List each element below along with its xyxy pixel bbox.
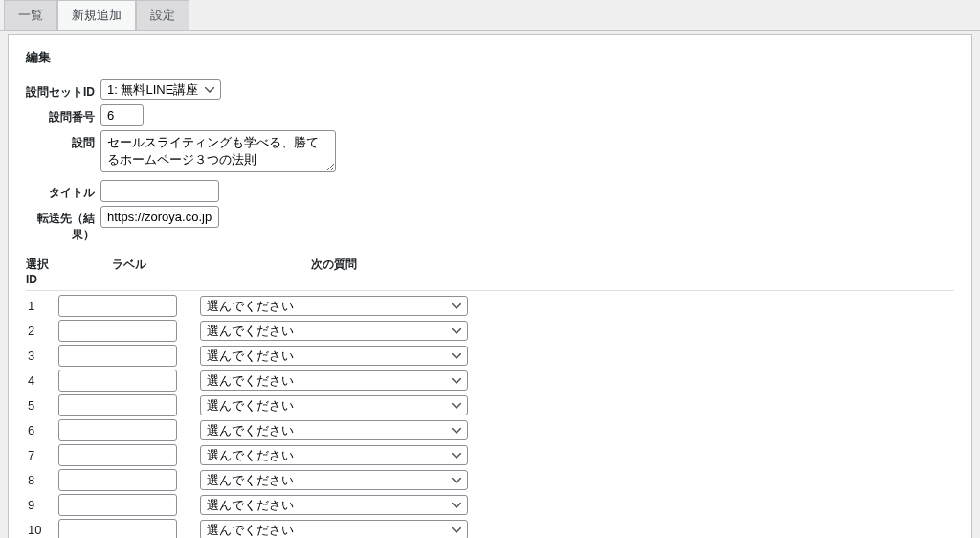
choice-id: 8 — [26, 473, 58, 487]
question-textarea[interactable]: セールスライティングも学べる、勝てるホームページ３つの法則 — [100, 130, 336, 172]
choice-next-select[interactable]: 選んでください — [200, 395, 468, 415]
redirect-label: 転送先（結果） — [26, 206, 100, 243]
choice-id: 2 — [26, 324, 58, 338]
choice-next-select[interactable]: 選んでください — [200, 520, 468, 538]
question-label: 設問 — [26, 130, 100, 151]
choice-next-select[interactable]: 選んでください — [200, 420, 468, 440]
choice-row: 3選んでください — [26, 345, 954, 367]
tab-settings[interactable]: 設定 — [136, 0, 189, 30]
choice-id: 4 — [26, 373, 58, 388]
choice-label-input[interactable] — [58, 394, 177, 416]
question-number-label: 設問番号 — [26, 104, 100, 125]
set-id-select[interactable]: 1: 無料LINE講座 — [100, 79, 221, 100]
question-number-input[interactable] — [100, 104, 144, 126]
tab-add[interactable]: 新規追加 — [57, 0, 136, 30]
choice-label-input[interactable] — [58, 295, 177, 317]
choice-next-select[interactable]: 選んでください — [200, 321, 468, 341]
choice-id: 10 — [26, 523, 58, 537]
choice-id: 9 — [26, 498, 58, 512]
choice-label-input[interactable] — [58, 419, 177, 441]
choice-row: 4選んでください — [26, 370, 954, 392]
choice-id: 1 — [26, 299, 58, 313]
choices-header-id: 選択ID — [26, 257, 58, 286]
redirect-input[interactable] — [100, 206, 219, 228]
edit-panel: 編集 設問セットID 1: 無料LINE講座 設問番号 設問 セールスライティン… — [8, 34, 972, 538]
tabs-bar: 一覧 新規追加 設定 — [0, 0, 980, 31]
choice-row: 7選んでください — [26, 444, 954, 466]
choice-label-input[interactable] — [58, 320, 177, 342]
choice-label-input[interactable] — [58, 494, 177, 516]
choice-next-select[interactable]: 選んでください — [200, 370, 468, 391]
choice-row: 5選んでください — [26, 394, 954, 416]
choice-next-select[interactable]: 選んでください — [200, 296, 468, 316]
choice-row: 1選んでください — [26, 295, 954, 317]
choice-label-input[interactable] — [58, 469, 177, 491]
choice-row: 2選んでください — [26, 320, 954, 342]
choice-label-input[interactable] — [58, 444, 177, 466]
set-id-label: 設問セットID — [26, 79, 100, 101]
choice-row: 9選んでください — [26, 494, 954, 516]
choice-id: 5 — [26, 398, 58, 413]
choice-next-select[interactable]: 選んでください — [200, 445, 468, 465]
choices-header-label: ラベル — [58, 257, 200, 286]
tab-list[interactable]: 一覧 — [4, 0, 57, 30]
choice-next-select[interactable]: 選んでください — [200, 495, 468, 515]
choice-label-input[interactable] — [58, 519, 177, 538]
choices-header-next: 次の質問 — [200, 257, 468, 286]
title-input[interactable] — [100, 180, 219, 202]
choice-row: 8選んでください — [26, 469, 954, 491]
choice-next-select[interactable]: 選んでください — [200, 470, 468, 490]
panel-title: 編集 — [26, 49, 954, 66]
choice-id: 7 — [26, 448, 58, 462]
title-label: タイトル — [26, 180, 100, 201]
choice-next-select[interactable]: 選んでください — [200, 346, 468, 366]
choice-label-input[interactable] — [58, 370, 177, 392]
choice-id: 3 — [26, 348, 58, 363]
choice-id: 6 — [26, 423, 58, 437]
choices-table: 選択ID ラベル 次の質問 1選んでください2選んでください3選んでください4選… — [26, 257, 954, 538]
choice-row: 6選んでください — [26, 419, 954, 441]
choice-row: 10選んでください — [26, 519, 954, 538]
choice-label-input[interactable] — [58, 345, 177, 367]
